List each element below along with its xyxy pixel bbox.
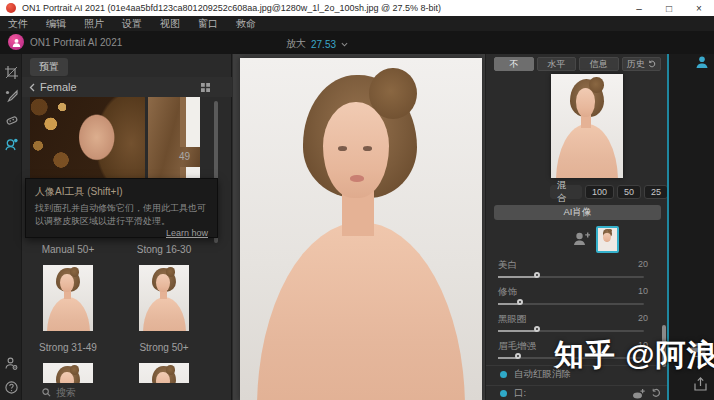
tool-tooltip: 人像AI工具 (Shift+I) 找到面孔并自动修饰它们，使用此工具也可以调整皮…: [25, 178, 218, 238]
category-name: Female: [40, 81, 77, 93]
close-button[interactable]: ×: [684, 0, 714, 16]
tab-history-label: 历史: [627, 58, 645, 71]
blend-label: 混合: [550, 185, 582, 199]
minimize-button[interactable]: –: [624, 0, 654, 16]
navigator-preview[interactable]: [551, 74, 623, 178]
user-account-icon[interactable]: [695, 55, 709, 73]
reset-undo-icon[interactable]: [651, 388, 661, 398]
search-icon: [42, 388, 51, 397]
zhihu-watermark: 知乎 @阿浪: [554, 335, 714, 376]
section-enabled-indicator[interactable]: [500, 390, 507, 397]
slider-retouch: 修饰 10: [498, 286, 644, 313]
slider-track[interactable]: [498, 330, 644, 332]
app-header: ON1 Portrait AI 2021 放大 27.53 混合 100 50 …: [0, 31, 714, 54]
chevron-down-icon[interactable]: [341, 42, 348, 47]
account-icon[interactable]: [4, 356, 19, 371]
slider-track[interactable]: [498, 276, 644, 278]
retouch-tool-icon[interactable]: [4, 113, 19, 128]
history-undo-icon: [648, 60, 656, 68]
menu-file[interactable]: 文件: [8, 17, 28, 31]
zoom-label: 放大: [286, 37, 306, 51]
on1-logo-icon: [8, 34, 24, 50]
preset-label: Strong 31-49: [38, 342, 98, 353]
main-photo[interactable]: [240, 58, 482, 400]
preset-thumbnail[interactable]: [139, 265, 189, 331]
slider-label: 美白: [498, 259, 517, 272]
menu-view[interactable]: 视图: [160, 17, 180, 31]
preset-thumbnail[interactable]: [43, 265, 93, 331]
zoom-control: 放大 27.53: [286, 37, 348, 51]
tab-history[interactable]: 历史: [622, 57, 662, 71]
tab-navigator[interactable]: 不: [494, 57, 534, 71]
window-controls: – □ ×: [624, 0, 714, 16]
preset-category-header: Female: [22, 77, 232, 97]
slider-whiten: 美白 20: [498, 259, 644, 286]
portrait-ai-tool-icon[interactable]: [4, 137, 19, 152]
presets-tab[interactable]: 预置: [30, 58, 68, 76]
slider-label: 眉毛增强: [498, 340, 536, 353]
menu-photo[interactable]: 照片: [84, 17, 104, 31]
blend-50-button[interactable]: 50: [617, 185, 641, 199]
preset-label: Stong 16-30: [134, 244, 194, 255]
on1-portrait-window: ON1 Portrait AI 2021 (01e4aa5bfd123ca801…: [0, 0, 714, 400]
preset-partial-label: 49: [179, 151, 190, 162]
face-refresh-icon[interactable]: [632, 388, 645, 399]
zoom-value[interactable]: 27.53: [311, 39, 336, 50]
crop-tool-icon[interactable]: [4, 65, 19, 80]
preset-panel: 预置 Female 49 人像AI工具 (Shift+I) 找到面孔并自动修饰它…: [22, 54, 232, 400]
tooltip-title: 人像AI工具 (Shift+I): [35, 185, 208, 199]
preset-thumbnail-partial[interactable]: [180, 97, 200, 147]
preset-label: Manual 50+: [38, 244, 98, 255]
back-chevron-icon[interactable]: [29, 83, 35, 92]
tooltip-body: 找到面孔并自动修饰它们，使用此工具也可以调整皮肤区域以进行平滑处理。: [35, 202, 208, 227]
tab-info[interactable]: 信息: [579, 57, 619, 71]
blend-preview-group: 混合 100 50 25: [550, 185, 668, 199]
mouth-section-row: 口:: [486, 385, 669, 400]
menu-bar: 文件 编辑 照片 设置 视图 窗口 救命: [0, 16, 714, 31]
face-brush-tool-icon[interactable]: [4, 89, 19, 104]
face-selection-row: [486, 225, 669, 255]
preset-thumbnail[interactable]: [43, 363, 93, 383]
mouth-section-label: 口:: [514, 387, 526, 400]
slider-track[interactable]: [498, 303, 644, 305]
help-icon[interactable]: [4, 380, 19, 395]
menu-help[interactable]: 救命: [236, 17, 256, 31]
slider-value: 10: [638, 286, 648, 296]
maximize-button[interactable]: □: [654, 0, 684, 16]
preset-thumbnail-bokeh[interactable]: [30, 97, 145, 181]
panel-tabs: 不 水平 信息 历史: [494, 57, 661, 71]
canvas-area: [233, 54, 485, 400]
menu-settings[interactable]: 设置: [122, 17, 142, 31]
ai-portrait-button[interactable]: AI肖像: [494, 205, 661, 220]
app-name-label: ON1 Portrait AI 2021: [30, 37, 122, 48]
selected-face-thumbnail[interactable]: [596, 226, 619, 253]
slider-label: 修饰: [498, 286, 517, 299]
slider-value: 20: [638, 259, 648, 269]
tool-sidebar: [0, 54, 22, 400]
blend-100-button[interactable]: 100: [585, 185, 614, 199]
blend-25-button[interactable]: 25: [644, 185, 668, 199]
menu-edit[interactable]: 编辑: [46, 17, 66, 31]
preset-search: [22, 384, 232, 400]
tab-levels[interactable]: 水平: [537, 57, 577, 71]
app-icon: [6, 3, 16, 13]
add-face-icon[interactable]: [572, 230, 590, 252]
toggle-on-indicator[interactable]: [500, 371, 507, 378]
window-title: ON1 Portrait AI 2021 (01e4aa5bfd123ca801…: [22, 3, 441, 13]
section-actions: [632, 388, 661, 399]
title-bar: ON1 Portrait AI 2021 (01e4aa5bfd123ca801…: [0, 0, 714, 16]
slider-value: 20: [638, 313, 648, 323]
preset-thumbnail[interactable]: [139, 363, 189, 383]
export-share-icon[interactable]: [694, 377, 707, 395]
grid-view-icon[interactable]: [201, 83, 210, 92]
slider-label: 黑眼圈: [498, 313, 527, 326]
search-input[interactable]: [56, 387, 176, 398]
menu-window[interactable]: 窗口: [198, 17, 218, 31]
preset-label: Strong 50+: [134, 342, 194, 353]
learn-how-link[interactable]: Learn how: [35, 228, 208, 238]
